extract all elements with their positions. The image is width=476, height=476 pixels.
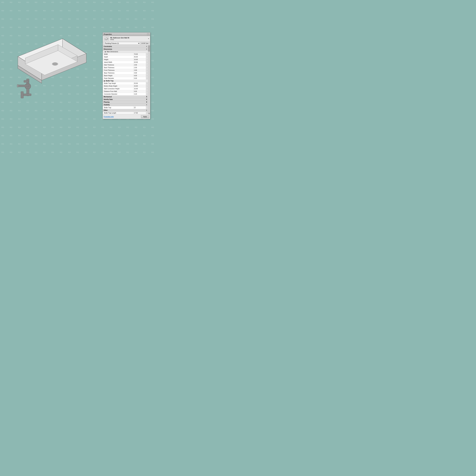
edit-type-button[interactable]: ⊞ Edit Type	[141, 42, 149, 45]
expand-icon: ▶	[105, 51, 106, 52]
height-label: Height	[103, 58, 133, 61]
side-thickness-value[interactable]: 2.00	[133, 64, 146, 66]
other-collapse-icon: ⊼	[146, 110, 147, 111]
mechanical-section-header[interactable]: Mechanical ⊼	[103, 96, 148, 98]
prop-row-back-thickness: Back Thickness 2.00 ⋮	[103, 66, 148, 69]
identity-data-collapse-icon: ⊼	[146, 99, 147, 100]
mechanical-collapse-icon: ⊼	[146, 96, 147, 98]
visibility-bottle-trap-scroll[interactable]: ⋮	[146, 106, 148, 109]
prop-row-distance-from-wall: Distance From Wall 0.00 ⋮	[103, 90, 148, 93]
dimensions-label: Dimensions	[104, 48, 112, 50]
wall-connection-height-scroll[interactable]: ⋮	[146, 87, 148, 90]
prop-row-depth: Depth 35.00 ⋮	[103, 56, 148, 58]
phasing-collapse-icon: ⊼	[146, 101, 147, 103]
depth-scroll[interactable]: ⋮	[146, 56, 148, 58]
type-selector[interactable]: Plumbing Fixtures (1)	[104, 42, 140, 45]
scrollbar-thumb[interactable]	[148, 46, 150, 51]
back-thickness-scroll[interactable]: ⋮	[146, 66, 148, 69]
panel-title: Properties	[104, 33, 112, 35]
identity-data-section-header[interactable]: Identity Data ⊼	[103, 98, 148, 101]
island-width-value[interactable]: 20.00	[133, 61, 146, 63]
edit-type-label: Edit Type	[143, 43, 149, 44]
visibility-collapse-icon: ⊼	[146, 104, 147, 106]
svg-rect-19	[22, 94, 31, 96]
identity-data-label: Identity Data	[104, 99, 113, 100]
width-scroll[interactable]: ⋮	[146, 53, 148, 55]
object-dropdown-arrow[interactable]: ▼	[148, 38, 149, 39]
back-thickness-value[interactable]: 2.00	[133, 67, 146, 69]
visibility-bottle-trap-label: Bottle Trap	[103, 106, 133, 109]
object-thumbnail	[104, 37, 109, 41]
prop-row-width: Width 70.00 ⋮	[103, 53, 148, 56]
prop-row-bottle-trap-height: Bottle Trap Height 25.50 ⋮	[103, 82, 148, 85]
prop-row-height: Height 10.00 ⋮	[103, 58, 148, 61]
bottle-trap-group[interactable]: ▶ Bottle Trap	[103, 80, 148, 82]
bottle-trap-length-scroll[interactable]: ⋮	[146, 112, 148, 114]
visibility-label: Visibility	[104, 104, 110, 106]
drain-diameter-scroll[interactable]: ⋮	[146, 77, 148, 80]
dimensions-collapse-icon: ⊼	[146, 49, 147, 50]
prop-row-connector-diameter: Connector Diameter 3.20 ⋮	[103, 93, 148, 96]
connector-diameter-scroll[interactable]: ⋮	[146, 93, 148, 95]
base-thickness-scroll[interactable]: ⋮	[146, 72, 148, 74]
phasing-section-header[interactable]: Phasing ⊼	[103, 101, 148, 103]
drain-diameter-label: Drain Diameter	[103, 77, 133, 79]
bottle-trap-height-value[interactable]: 25.50	[133, 82, 146, 85]
panel-content: Constraints ⊼ Dimensions ⊼ ▶ Main Dimens…	[103, 45, 150, 114]
bottle-trap-height-scroll[interactable]: ⋮	[146, 82, 148, 85]
properties-help-link[interactable]: Properties help	[104, 116, 114, 118]
distance-from-wall-value[interactable]: 0.00	[133, 90, 146, 93]
front-thickness-scroll[interactable]: ⋮	[146, 69, 148, 71]
depth-label: Depth	[103, 56, 133, 58]
visibility-bottle-trap-checkbox[interactable]: ☑	[133, 106, 146, 109]
bottom-body-height-value[interactable]: 15.00	[133, 85, 146, 87]
width-label: Width	[103, 53, 133, 55]
apply-button[interactable]: Apply	[141, 115, 149, 118]
svg-point-12	[53, 63, 57, 65]
prop-row-drain-diameter: Drain Diameter 5.00 ⋮	[103, 77, 148, 80]
other-section-header[interactable]: Other ⊼	[103, 109, 148, 112]
side-thickness-scroll[interactable]: ⋮	[146, 64, 148, 66]
front-thickness-value[interactable]: 2.00	[133, 69, 146, 71]
drain-diameter-value[interactable]: 5.00	[133, 77, 146, 79]
main-dimensions-subsection[interactable]: ▶ Main Dimensions	[103, 51, 148, 53]
mechanical-label: Mechanical	[104, 96, 112, 98]
constraints-section-header[interactable]: Constraints ⊼	[103, 45, 148, 48]
basin-height-value[interactable]: 6.00	[133, 74, 146, 77]
height-scroll[interactable]: ⋮	[146, 58, 148, 61]
constraints-label: Constraints	[104, 46, 112, 47]
svg-rect-16	[18, 85, 29, 87]
prop-row-bottle-trap-length: Bottle Trap Length 17.50 ⋮	[103, 112, 148, 114]
bottle-trap-length-value[interactable]: 17.50	[133, 112, 146, 114]
svg-rect-14	[24, 80, 28, 82]
prop-row-island-width: Island Width 20.00 ⋮	[103, 61, 148, 64]
bottle-trap-expand-icon: ▶	[104, 80, 105, 82]
wall-connection-height-value[interactable]: 15.00	[133, 88, 146, 90]
other-label: Other	[104, 109, 108, 111]
back-thickness-label: Back Thickness	[103, 67, 133, 69]
main-dimensions-label: Main Dimensions	[107, 51, 118, 52]
prop-row-wall-connection-height: Wall Connection Height 15.00 ⋮	[103, 87, 148, 90]
distance-from-wall-scroll[interactable]: ⋮	[146, 90, 148, 93]
visibility-bottle-trap-row: Bottle Trap ☑ ⋮	[103, 106, 148, 109]
svg-rect-20	[21, 91, 23, 98]
scrollbar-track[interactable]: ▲ ▼	[148, 45, 150, 114]
dimensions-section-header[interactable]: Dimensions ⊼	[103, 48, 148, 51]
depth-value[interactable]: 35.00	[133, 56, 146, 58]
island-width-scroll[interactable]: ⋮	[146, 61, 148, 64]
width-value[interactable]: 70.00	[133, 53, 146, 55]
sink-illustration	[9, 30, 92, 101]
base-thickness-value[interactable]: 4.00	[133, 72, 146, 74]
prop-row-side-thickness: Side Thickness 2.00 ⋮	[103, 64, 148, 66]
visibility-section-header[interactable]: Visibility ⊼	[103, 103, 148, 106]
connector-diameter-label: Connector Diameter	[103, 93, 133, 95]
close-button[interactable]: ×	[147, 33, 149, 35]
wall-connection-height-label: Wall Connection Height	[103, 88, 133, 90]
bottom-body-height-scroll[interactable]: ⋮	[146, 85, 148, 87]
scrollbar-down-button[interactable]: ▼	[148, 113, 150, 114]
constraints-collapse-icon: ⊼	[146, 46, 147, 47]
prop-row-base-thickness: Base Thickness 4.00 ⋮	[103, 72, 148, 74]
connector-diameter-value[interactable]: 3.20	[133, 93, 146, 95]
height-value[interactable]: 10.00	[133, 58, 146, 61]
basin-height-scroll[interactable]: ⋮	[146, 74, 148, 77]
